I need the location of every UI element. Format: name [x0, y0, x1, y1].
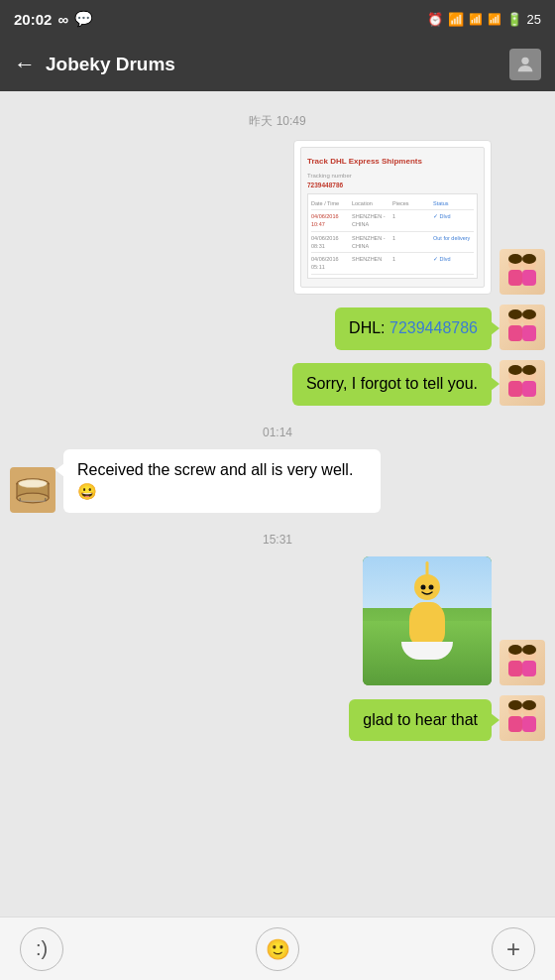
svg-point-22 — [19, 480, 48, 488]
outgoing-avatar-tracking — [500, 249, 545, 295]
svg-point-18 — [522, 365, 536, 375]
svg-point-32 — [415, 575, 439, 599]
svg-point-39 — [508, 700, 522, 710]
status-right: ⏰ 📶 📶 📶 🔋 25 — [427, 12, 541, 27]
contact-avatar[interactable] — [509, 49, 541, 80]
bubble-received: Received the screw and all is very well.… — [63, 449, 381, 514]
chat-title: Jobeky Drums — [46, 54, 509, 75]
outgoing-avatar-photo — [500, 640, 545, 685]
svg-point-11 — [508, 309, 522, 319]
status-bar: 20:02 ∞ 💬 ⏰ 📶 📶 📶 🔋 25 — [0, 0, 555, 38]
time: 20:02 — [14, 11, 52, 28]
bubble-dhl: DHL: 7239448786 — [335, 307, 492, 349]
battery-icon: 🔋 — [506, 12, 522, 27]
svg-rect-16 — [522, 381, 536, 397]
svg-point-30 — [508, 645, 522, 655]
incoming-avatar-drum — [10, 467, 56, 513]
battery-num: 25 — [527, 12, 541, 27]
signal-icon2: 📶 — [488, 13, 501, 26]
bubble-sorry: Sorry, I forgot to tell you. — [292, 363, 492, 405]
svg-rect-14 — [508, 381, 522, 397]
timestamp-2: 01:14 — [10, 426, 545, 439]
message-row-sorry: Sorry, I forgot to tell you. — [10, 360, 545, 406]
chat-icon: 💬 — [74, 10, 93, 28]
timestamp-1: 昨天 10:49 — [10, 113, 545, 130]
dhl-number: 7239448786 — [389, 319, 478, 336]
svg-rect-4 — [522, 270, 536, 286]
svg-rect-2 — [508, 270, 522, 286]
svg-point-5 — [508, 254, 522, 264]
alarm-icon: ⏰ — [427, 12, 443, 27]
infinity-icon: ∞ — [57, 11, 68, 28]
emoji-button[interactable]: 🙂 — [256, 927, 299, 971]
svg-point-34 — [429, 585, 434, 590]
dhl-label: DHL: — [349, 319, 389, 336]
svg-rect-29 — [522, 661, 536, 676]
tracking-image-bubble: Track DHL Express Shipments Tracking num… — [293, 140, 492, 295]
wifi-icon: 📶 — [448, 12, 464, 27]
status-left: 20:02 ∞ 💬 — [14, 10, 93, 28]
svg-point-6 — [522, 254, 536, 264]
plus-label: + — [506, 935, 520, 963]
timestamp-3: 15:31 — [10, 533, 545, 547]
svg-point-33 — [421, 585, 426, 590]
svg-point-31 — [522, 645, 536, 655]
outgoing-avatar-glad — [500, 695, 545, 741]
svg-rect-10 — [522, 325, 536, 341]
add-button[interactable]: + — [492, 927, 535, 971]
message-row-glad: glad to hear that — [10, 695, 545, 741]
svg-rect-38 — [522, 716, 536, 732]
message-row-photo — [10, 556, 545, 685]
chat-header: ← Jobeky Drums — [0, 38, 555, 91]
message-row-received: Received the screw and all is very well.… — [10, 449, 545, 514]
back-button[interactable]: ← — [14, 52, 36, 77]
svg-rect-8 — [508, 325, 522, 341]
emoji-icon: 🙂 — [266, 937, 290, 961]
svg-point-40 — [522, 700, 536, 710]
message-row-dhl: DHL: 7239448786 — [10, 305, 545, 350]
bubble-glad: glad to hear that — [349, 699, 492, 741]
svg-point-12 — [522, 309, 536, 319]
bottom-toolbar: :) 🙂 + — [0, 917, 555, 980]
svg-rect-36 — [508, 716, 522, 732]
outgoing-avatar-sorry — [500, 360, 545, 406]
message-row-tracking: Track DHL Express Shipments Tracking num… — [10, 140, 545, 295]
chat-area: 昨天 10:49 Track DHL Express Shipments — [0, 91, 555, 917]
photo-bubble-teletubby — [363, 556, 492, 685]
outgoing-avatar-dhl — [500, 305, 545, 350]
voice-label: :) — [36, 937, 48, 960]
voice-button[interactable]: :) — [20, 927, 63, 971]
svg-point-17 — [508, 365, 522, 375]
svg-rect-27 — [508, 661, 522, 676]
svg-point-0 — [521, 58, 528, 64]
signal-icon1: 📶 — [469, 13, 483, 26]
